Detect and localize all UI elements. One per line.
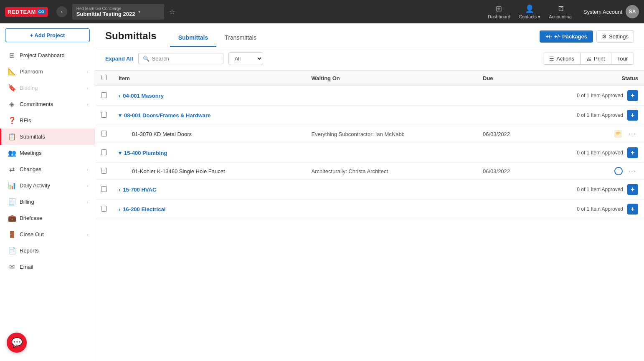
row-checkbox-cell xyxy=(95,143,113,163)
logo-area: REDTEAM GO xyxy=(5,7,48,17)
group-item-label: 16-200 Electrical xyxy=(123,206,165,212)
favorite-button[interactable]: ☆ xyxy=(169,8,175,16)
group-item-label: 15-700 HVAC xyxy=(123,187,156,193)
nav-accounting[interactable]: 🖥 Accounting xyxy=(549,5,571,19)
chat-icon: 💬 xyxy=(11,337,23,348)
nav-user[interactable]: System Account SA xyxy=(583,5,639,18)
more-options-button[interactable]: ··· xyxy=(627,167,638,175)
print-button[interactable]: 🖨 Print xyxy=(581,53,611,64)
add-item-button[interactable]: + xyxy=(627,110,638,121)
table-row: › 04-001 Masonry 0 of 1 Item Approved + xyxy=(95,86,644,106)
row-item-cell: ▾ 08-001 Doors/Frames & Hardware xyxy=(113,106,306,125)
sidebar-item-daily-activity[interactable]: 📊 Daily Activity › xyxy=(0,177,95,194)
add-item-button[interactable]: + xyxy=(627,204,638,215)
group-item[interactable]: › 04-001 Masonry xyxy=(119,93,300,99)
search-icon: 🔍 xyxy=(143,56,150,62)
billing-chevron-icon: › xyxy=(86,199,88,204)
chevron-right-icon: › xyxy=(119,206,120,212)
group-item[interactable]: › 15-700 HVAC xyxy=(119,187,300,193)
sidebar-item-project-dashboard[interactable]: ⊞ Project Dashboard xyxy=(0,47,95,63)
sidebar-label-email: Email xyxy=(20,264,88,270)
group-item[interactable]: › 16-200 Electrical xyxy=(119,206,300,212)
submittals-table: Item Waiting On Due Status › xyxy=(95,71,644,219)
subitem-label: 01-3070 KD Metal Doors xyxy=(119,131,192,137)
row-checkbox[interactable] xyxy=(101,168,107,174)
group-item[interactable]: ▾ 08-001 Doors/Frames & Hardware xyxy=(119,112,300,119)
sidebar-item-briefcase[interactable]: 💼 Briefcase xyxy=(0,210,95,226)
sidebar-item-submittals[interactable]: 📋 Submittals xyxy=(0,129,95,145)
expand-all-button[interactable]: Expand All xyxy=(105,56,133,62)
more-options-button[interactable]: ··· xyxy=(627,130,638,138)
sidebar-item-billing[interactable]: 🧾 Billing › xyxy=(0,194,95,210)
filter-select[interactable]: All Open Closed xyxy=(228,52,263,65)
sidebar-item-rfis[interactable]: ❓ RFIs xyxy=(0,112,95,129)
status-text: 0 of 1 Item Approved xyxy=(577,206,623,212)
table-area: Item Waiting On Due Status › xyxy=(95,71,644,361)
add-item-button[interactable]: + xyxy=(627,90,638,101)
submittals-icon: 📋 xyxy=(8,133,15,141)
sidebar-label-rfis: RFIs xyxy=(20,117,88,124)
sidebar-item-commitments[interactable]: ◈ Commitments › xyxy=(0,96,95,112)
add-item-button[interactable]: + xyxy=(627,147,638,158)
packages-button[interactable]: +/- +/- Packages xyxy=(540,30,593,43)
sidebar-item-bidding[interactable]: 🔖 Bidding › xyxy=(0,80,95,96)
add-item-button[interactable]: + xyxy=(627,184,638,195)
sidebar-label-planroom: Planroom xyxy=(20,68,82,75)
sidebar-item-email[interactable]: ✉ Email xyxy=(0,259,95,275)
gear-icon: ⚙ xyxy=(602,33,607,40)
row-item-cell: 01-3070 KD Metal Doors xyxy=(113,125,306,143)
sidebar-item-changes[interactable]: ⇄ Changes › xyxy=(0,161,95,177)
tour-button[interactable]: Tour xyxy=(611,53,634,64)
sidebar-item-close-out[interactable]: 🚪 Close Out › xyxy=(0,226,95,242)
group-item[interactable]: ▾ 15-400 Plumbing xyxy=(119,150,300,156)
packages-label: +/- Packages xyxy=(554,33,587,40)
bidding-icon: 🔖 xyxy=(8,84,15,92)
nav-dashboard[interactable]: ⊞ Dashboard xyxy=(488,4,510,19)
plus-minus-icon: +/- xyxy=(545,33,552,40)
tab-transmittals[interactable]: Transmittals xyxy=(216,31,265,47)
row-status-cell: ··· xyxy=(527,163,644,180)
row-due-cell xyxy=(477,86,527,106)
logo: REDTEAM GO xyxy=(5,7,48,17)
select-all-checkbox[interactable] xyxy=(101,75,107,80)
project-selector[interactable]: RedTeam Go Concierge Submittal Testing 2… xyxy=(72,4,164,20)
row-checkbox[interactable] xyxy=(101,112,107,118)
sidebar-item-meetings[interactable]: 👥 Meetings xyxy=(0,145,95,161)
row-due-cell xyxy=(477,106,527,125)
nav-icon-group: ⊞ Dashboard 👤 Contacts ▾ 🖥 Accounting xyxy=(488,4,572,20)
row-checkbox[interactable] xyxy=(101,186,107,192)
bidding-chevron-icon: › xyxy=(86,86,88,91)
row-checkbox[interactable] xyxy=(101,92,107,98)
header-actions: +/- +/- Packages ⚙ Settings xyxy=(540,30,634,47)
row-checkbox-cell xyxy=(95,106,113,125)
logo-text: REDTEAM xyxy=(8,9,36,15)
settings-button[interactable]: ⚙ Settings xyxy=(596,30,634,43)
search-input[interactable] xyxy=(152,56,219,62)
nav-contacts-label: Contacts ▾ xyxy=(519,14,540,20)
sidebar-item-planroom[interactable]: 📐 Planroom › xyxy=(0,63,95,80)
content-header: Submittals Submittals Transmittals +/- +… xyxy=(95,23,644,47)
row-checkbox-cell xyxy=(95,86,113,106)
settings-label: Settings xyxy=(609,33,629,40)
tab-submittals[interactable]: Submittals xyxy=(170,31,217,47)
toolbar: Expand All 🔍 All Open Closed ☰ Actions 🖨… xyxy=(95,47,644,71)
row-checkbox[interactable] xyxy=(101,149,107,155)
table-row: 01-Kohler K-13460 Single Hole Faucet Arc… xyxy=(95,163,644,180)
search-box: 🔍 xyxy=(138,53,223,64)
changes-icon: ⇄ xyxy=(8,165,15,173)
row-checkbox[interactable] xyxy=(101,131,107,136)
row-waiting-cell xyxy=(306,143,477,163)
actions-button[interactable]: ☰ Actions xyxy=(543,53,581,64)
row-checkbox[interactable] xyxy=(101,206,107,212)
sidebar-item-reports[interactable]: 📄 Reports xyxy=(0,242,95,259)
meetings-icon: 👥 xyxy=(8,149,15,157)
add-project-button[interactable]: + Add Project xyxy=(5,28,90,42)
chat-fab-button[interactable]: 💬 xyxy=(7,333,27,353)
sidebar-label-reports: Reports xyxy=(20,247,88,254)
row-item-cell: › 16-200 Electrical xyxy=(113,199,306,219)
table-row: 01-3070 KD Metal Doors Everything Subcon… xyxy=(95,125,644,143)
chevron-down-icon: ▾ xyxy=(119,150,122,156)
nav-back-button[interactable]: ‹ xyxy=(56,6,67,17)
nav-contacts[interactable]: 👤 Contacts ▾ xyxy=(519,4,540,20)
sidebar-label-commitments: Commitments xyxy=(20,101,82,107)
